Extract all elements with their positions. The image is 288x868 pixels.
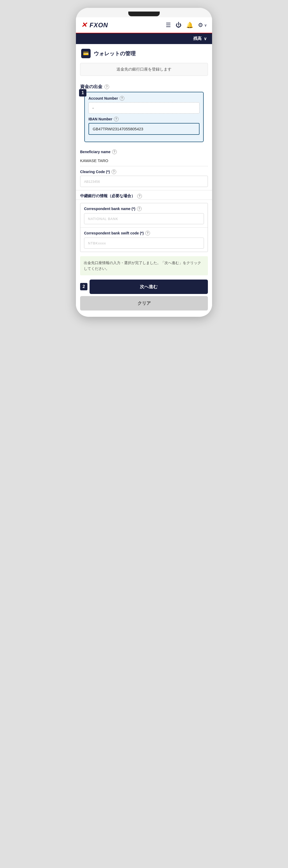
hamburger-icon[interactable]: ☰ [166,22,171,29]
withdrawal-section-header: 資金の出金 ? [76,80,212,92]
logo: ✕ FXON [81,21,108,29]
completion-info-text: 出金先口座情報の入力・選択が完了しました。「次へ進む」をクリックしてください。 [80,256,208,275]
chevron-down-icon: ∨ [204,23,207,27]
correspondent-swift-input[interactable] [84,238,204,249]
iban-help-icon[interactable]: ? [114,117,119,121]
clearing-code-input[interactable] [80,176,208,187]
logo-text: FXON [89,22,108,29]
correspondent-bank-name-label: Correspondent bank name (*) ? [84,206,204,211]
account-number-input[interactable] [88,102,200,114]
bell-icon[interactable]: 🔔 [186,22,193,29]
balance-bar[interactable]: 残高 ∨ [76,33,212,44]
clearing-code-field: Clearing Code (*) ? [80,166,208,190]
correspondent-bank-name-input[interactable] [84,213,204,224]
correspondent-swift-label: Correspondent bank swift code (*) ? [84,231,204,236]
clear-button[interactable]: クリア [80,296,208,310]
account-number-help-icon[interactable]: ? [120,96,124,101]
page-header: 💳 ウォレットの管理 [76,44,212,63]
correspondent-swift-field: Correspondent bank swift code (*) ? [80,228,208,252]
iban-number-input[interactable] [88,123,200,135]
clearing-code-label: Clearing Code (*) ? [80,166,208,176]
account-number-label: Account Number [88,96,118,100]
iban-number-label: IBAN Number [88,117,112,121]
gear-icon[interactable]: ⚙ ∨ [198,22,207,29]
correspondent-swift-help-icon[interactable]: ? [145,231,150,236]
account-number-field: Account Number ? [88,96,200,114]
correspondent-bank-name-field: Correspondent bank name (*) ? [80,203,208,227]
step1-form: Account Number ? IBAN Number ? [84,92,204,142]
relay-bank-help-icon[interactable]: ? [137,194,142,198]
info-banner: 送金先の銀行口座を登録します [80,63,208,76]
balance-label: 残高 [193,36,202,41]
iban-number-field: IBAN Number ? [88,117,200,135]
power-icon[interactable]: ⏻ [176,22,181,29]
beneficiary-value: KAWASE TARO [80,156,208,166]
beneficiary-label: Beneficiary name ? [80,146,208,156]
correspondent-bank-box: Correspondent bank name (*) ? Correspond… [80,203,208,252]
balance-chevron-icon: ∨ [204,36,207,41]
step1-badge: 1 [79,89,86,96]
clearing-code-help-icon[interactable]: ? [112,169,116,174]
logo-x: ✕ [81,21,87,29]
page-title: ウォレットの管理 [94,50,136,57]
withdrawal-help-icon[interactable]: ? [104,85,109,89]
correspondent-bank-name-help-icon[interactable]: ? [137,206,142,211]
relay-bank-section: 中継銀行の情報（必要な場合） ? [76,190,212,200]
beneficiary-section: Beneficiary name ? KAWASE TARO Clearing … [80,146,208,190]
wallet-icon: 💳 [81,49,91,58]
step2-badge: 2 [80,283,87,290]
beneficiary-help-icon[interactable]: ? [112,150,117,154]
next-button[interactable]: 次へ進む [89,280,208,294]
